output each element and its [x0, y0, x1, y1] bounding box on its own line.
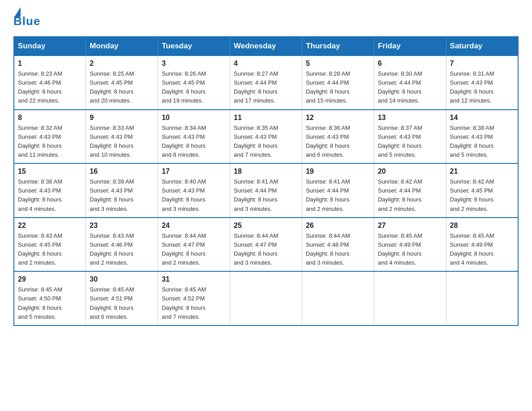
day-number: 26	[306, 222, 370, 230]
day-number: 6	[378, 60, 442, 68]
day-info: Sunrise: 8:43 AMSunset: 4:46 PMDaylight:…	[90, 231, 154, 268]
day-info: Sunrise: 8:41 AMSunset: 4:44 PMDaylight:…	[234, 177, 298, 214]
day-number: 21	[450, 167, 514, 176]
day-number: 3	[162, 60, 226, 68]
calendar-day-cell: 13Sunrise: 8:37 AMSunset: 4:43 PMDayligh…	[374, 110, 446, 164]
day-number: 14	[450, 114, 514, 122]
day-number: 17	[162, 167, 226, 176]
day-number: 28	[450, 222, 514, 230]
day-info: Sunrise: 8:42 AMSunset: 4:44 PMDaylight:…	[378, 177, 442, 214]
day-info: Sunrise: 8:40 AMSunset: 4:43 PMDaylight:…	[162, 177, 226, 214]
day-info: Sunrise: 8:44 AMSunset: 4:48 PMDaylight:…	[306, 231, 370, 268]
calendar-day-cell: 22Sunrise: 8:43 AMSunset: 4:45 PMDayligh…	[14, 218, 86, 272]
day-info: Sunrise: 8:33 AMSunset: 4:43 PMDaylight:…	[90, 124, 154, 160]
weekday-header-saturday: Saturday	[446, 37, 518, 56]
weekday-header-wednesday: Wednesday	[230, 37, 302, 56]
weekday-header-tuesday: Tuesday	[158, 37, 230, 56]
day-number: 13	[378, 114, 442, 122]
day-info: Sunrise: 8:45 AMSunset: 4:49 PMDaylight:…	[450, 231, 514, 268]
weekday-header-thursday: Thursday	[302, 37, 374, 56]
calendar-day-cell: 24Sunrise: 8:44 AMSunset: 4:47 PMDayligh…	[158, 218, 230, 272]
calendar-day-cell	[302, 271, 374, 325]
calendar-day-cell: 9Sunrise: 8:33 AMSunset: 4:43 PMDaylight…	[86, 110, 158, 164]
page-header: Blue	[13, 9, 519, 28]
day-info: Sunrise: 8:41 AMSunset: 4:44 PMDaylight:…	[306, 177, 370, 214]
day-info: Sunrise: 8:38 AMSunset: 4:43 PMDaylight:…	[18, 177, 82, 214]
day-info: Sunrise: 8:38 AMSunset: 4:43 PMDaylight:…	[450, 124, 514, 160]
calendar-day-cell: 20Sunrise: 8:42 AMSunset: 4:44 PMDayligh…	[374, 163, 446, 218]
day-info: Sunrise: 8:26 AMSunset: 4:45 PMDaylight:…	[162, 69, 226, 106]
logo-underline: Blue	[13, 14, 40, 28]
weekday-header-friday: Friday	[374, 37, 446, 56]
calendar-week-row: 22Sunrise: 8:43 AMSunset: 4:45 PMDayligh…	[14, 218, 518, 272]
calendar-day-cell: 21Sunrise: 8:42 AMSunset: 4:45 PMDayligh…	[446, 163, 518, 218]
day-number: 12	[306, 114, 370, 122]
calendar-day-cell: 15Sunrise: 8:38 AMSunset: 4:43 PMDayligh…	[14, 163, 86, 218]
day-info: Sunrise: 8:27 AMSunset: 4:44 PMDaylight:…	[234, 69, 298, 106]
logo: Blue	[13, 9, 40, 28]
day-info: Sunrise: 8:45 AMSunset: 4:50 PMDaylight:…	[18, 285, 82, 321]
day-info: Sunrise: 8:30 AMSunset: 4:44 PMDaylight:…	[378, 69, 442, 106]
calendar-day-cell: 19Sunrise: 8:41 AMSunset: 4:44 PMDayligh…	[302, 163, 374, 218]
day-number: 23	[90, 222, 154, 230]
calendar-day-cell: 7Sunrise: 8:31 AMSunset: 4:43 PMDaylight…	[446, 56, 518, 110]
calendar-day-cell: 28Sunrise: 8:45 AMSunset: 4:49 PMDayligh…	[446, 218, 518, 272]
calendar-day-cell	[446, 271, 518, 325]
calendar-day-cell: 23Sunrise: 8:43 AMSunset: 4:46 PMDayligh…	[86, 218, 158, 272]
day-info: Sunrise: 8:45 AMSunset: 4:49 PMDaylight:…	[378, 231, 442, 268]
day-number: 16	[90, 167, 154, 176]
day-number: 2	[90, 60, 154, 68]
calendar-day-cell: 10Sunrise: 8:34 AMSunset: 4:43 PMDayligh…	[158, 110, 230, 164]
calendar-week-row: 29Sunrise: 8:45 AMSunset: 4:50 PMDayligh…	[14, 271, 518, 325]
day-number: 27	[378, 222, 442, 230]
day-number: 5	[306, 60, 370, 68]
day-info: Sunrise: 8:44 AMSunset: 4:47 PMDaylight:…	[234, 231, 298, 268]
day-info: Sunrise: 8:42 AMSunset: 4:45 PMDaylight:…	[450, 177, 514, 214]
day-number: 10	[162, 114, 226, 122]
calendar-day-cell: 1Sunrise: 8:23 AMSunset: 4:46 PMDaylight…	[14, 56, 86, 110]
day-number: 25	[234, 222, 298, 230]
day-info: Sunrise: 8:25 AMSunset: 4:45 PMDaylight:…	[90, 69, 154, 106]
day-number: 15	[18, 167, 82, 176]
calendar-day-cell: 27Sunrise: 8:45 AMSunset: 4:49 PMDayligh…	[374, 218, 446, 272]
calendar-day-cell: 3Sunrise: 8:26 AMSunset: 4:45 PMDaylight…	[158, 56, 230, 110]
day-number: 7	[450, 60, 514, 68]
calendar-table: SundayMondayTuesdayWednesdayThursdayFrid…	[13, 36, 519, 326]
day-info: Sunrise: 8:37 AMSunset: 4:43 PMDaylight:…	[378, 124, 442, 160]
day-number: 11	[234, 114, 298, 122]
day-number: 1	[18, 60, 82, 68]
calendar-day-cell: 14Sunrise: 8:38 AMSunset: 4:43 PMDayligh…	[446, 110, 518, 164]
day-info: Sunrise: 8:28 AMSunset: 4:44 PMDaylight:…	[306, 69, 370, 106]
calendar-day-cell: 26Sunrise: 8:44 AMSunset: 4:48 PMDayligh…	[302, 218, 374, 272]
day-info: Sunrise: 8:45 AMSunset: 4:51 PMDaylight:…	[90, 285, 154, 321]
day-number: 22	[18, 222, 82, 230]
calendar-day-cell	[374, 271, 446, 325]
day-info: Sunrise: 8:36 AMSunset: 4:43 PMDaylight:…	[306, 124, 370, 160]
day-info: Sunrise: 8:23 AMSunset: 4:46 PMDaylight:…	[18, 69, 82, 106]
day-number: 29	[18, 275, 82, 283]
day-info: Sunrise: 8:32 AMSunset: 4:43 PMDaylight:…	[18, 124, 82, 160]
day-number: 24	[162, 222, 226, 230]
day-number: 18	[234, 167, 298, 176]
calendar-day-cell: 18Sunrise: 8:41 AMSunset: 4:44 PMDayligh…	[230, 163, 302, 218]
calendar-day-cell: 11Sunrise: 8:35 AMSunset: 4:43 PMDayligh…	[230, 110, 302, 164]
calendar-day-cell: 8Sunrise: 8:32 AMSunset: 4:43 PMDaylight…	[14, 110, 86, 164]
day-info: Sunrise: 8:31 AMSunset: 4:43 PMDaylight:…	[450, 69, 514, 106]
calendar-day-cell	[230, 271, 302, 325]
calendar-day-cell: 6Sunrise: 8:30 AMSunset: 4:44 PMDaylight…	[374, 56, 446, 110]
day-info: Sunrise: 8:43 AMSunset: 4:45 PMDaylight:…	[18, 231, 82, 268]
day-info: Sunrise: 8:44 AMSunset: 4:47 PMDaylight:…	[162, 231, 226, 268]
day-info: Sunrise: 8:35 AMSunset: 4:43 PMDaylight:…	[234, 124, 298, 160]
calendar-day-cell: 17Sunrise: 8:40 AMSunset: 4:43 PMDayligh…	[158, 163, 230, 218]
day-info: Sunrise: 8:45 AMSunset: 4:52 PMDaylight:…	[162, 285, 226, 321]
calendar-day-cell: 31Sunrise: 8:45 AMSunset: 4:52 PMDayligh…	[158, 271, 230, 325]
calendar-header-row: SundayMondayTuesdayWednesdayThursdayFrid…	[14, 37, 518, 56]
day-number: 8	[18, 114, 82, 122]
calendar-week-row: 1Sunrise: 8:23 AMSunset: 4:46 PMDaylight…	[14, 56, 518, 110]
weekday-header-monday: Monday	[86, 37, 158, 56]
calendar-day-cell: 5Sunrise: 8:28 AMSunset: 4:44 PMDaylight…	[302, 56, 374, 110]
calendar-day-cell: 4Sunrise: 8:27 AMSunset: 4:44 PMDaylight…	[230, 56, 302, 110]
day-info: Sunrise: 8:34 AMSunset: 4:43 PMDaylight:…	[162, 124, 226, 160]
day-number: 9	[90, 114, 154, 122]
calendar-week-row: 15Sunrise: 8:38 AMSunset: 4:43 PMDayligh…	[14, 163, 518, 218]
